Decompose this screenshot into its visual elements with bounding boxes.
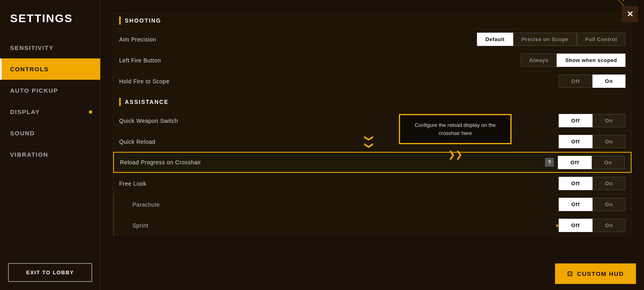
free-look-toggle: Off On [559,177,625,190]
sprint-chevron-icon: ▾ [556,222,559,229]
left-fire-scoped-btn[interactable]: Show when scoped [557,54,625,67]
sidebar: SETTINGS SENSITIVITY CONTROLS AUTO PICKU… [0,0,101,290]
free-look-label: Free Look [119,180,559,187]
sprint-row: Sprint ▾ Off On [113,215,632,236]
parachute-on-btn[interactable]: On [592,198,625,211]
sidebar-item-label: VIBRATION [10,151,48,158]
aim-precision-default-btn[interactable]: Default [477,33,513,46]
custom-hud-icon: ⊡ [567,270,573,278]
quick-reload-toggle: Off On [559,135,625,148]
shooting-section-header: SHOOTING [113,12,632,29]
sidebar-item-label: SENSITIVITY [10,44,54,51]
sidebar-item-auto-pickup[interactable]: AUTO PICKUP [0,80,100,101]
parachute-label: Parachute [124,201,559,208]
free-look-row: Free Look Off On [113,173,632,194]
shooting-section: SHOOTING Aim Precision Default Precise o… [113,12,632,92]
reload-progress-crosshair-label: Reload Progress on Crosshair [120,159,545,166]
sprint-toggle: Off On [559,219,625,232]
section-bar-2 [119,98,121,106]
reload-progress-crosshair-row: Reload Progress on Crosshair ? Off On [113,152,632,173]
sprint-on-btn[interactable]: On [592,219,625,232]
sidebar-item-sensitivity[interactable]: SENSITIVITY [0,37,100,58]
settings-container: SETTINGS SENSITIVITY CONTROLS AUTO PICKU… [0,0,644,290]
aim-precision-full-btn[interactable]: Full Control [577,33,625,46]
app-title: SETTINGS [0,4,100,37]
left-fire-always-btn[interactable]: Always [521,54,557,67]
sidebar-item-display[interactable]: DISPLAY [0,101,100,122]
hold-fire-scope-label: Hold Fire to Scope [119,78,559,85]
reload-progress-crosshair-off-btn[interactable]: Off [558,156,592,169]
free-look-off-btn[interactable]: Off [559,177,592,190]
tooltip-text: Configure the reload display on the cros… [415,122,496,136]
reload-progress-crosshair-on-btn[interactable]: On [592,156,625,169]
parachute-row: Parachute Off On [113,194,632,215]
aim-precision-toggle: Default Precise on Scope Full Control [477,33,625,46]
quick-reload-on-btn[interactable]: On [592,135,625,148]
aim-precision-precise-btn[interactable]: Precise on Scope [513,33,577,46]
sidebar-item-sound[interactable]: SOUND [0,122,100,144]
quick-reload-row: Quick Reload ❯❯ Off On [113,131,632,152]
corner-decoration [600,0,624,20]
quick-reload-chevron-icon: ❯❯ [364,135,374,149]
parachute-off-btn[interactable]: Off [559,198,592,211]
custom-hud-label: CUSTOM HUD [577,270,624,277]
quick-weapon-switch-on-btn[interactable]: On [592,114,625,127]
main-content: ✕ SHOOTING Aim Precision Default Precise [101,0,644,290]
notification-dot [89,110,92,114]
hold-fire-scope-on-btn[interactable]: On [592,75,625,88]
exit-to-lobby-button[interactable]: EXIT TO LOBBY [8,263,92,282]
sidebar-item-label: DISPLAY [10,108,40,115]
sections-wrapper: SHOOTING Aim Precision Default Precise o… [113,12,632,236]
quick-reload-off-btn[interactable]: Off [559,135,592,148]
assistance-section-title: ASSISTANCE [125,99,169,105]
reload-progress-crosshair-toggle: Off On [558,156,625,169]
sidebar-exit-area: EXIT TO LOBBY [8,263,92,282]
quick-weapon-switch-toggle: Off On [559,114,625,127]
sidebar-item-label: AUTO PICKUP [10,87,58,94]
hold-fire-scope-row: Hold Fire to Scope Off On [113,70,632,91]
tooltip-box: Configure the reload display on the cros… [399,114,512,144]
assistance-section: ASSISTANCE Configure the reload display … [113,93,632,236]
close-button[interactable]: ✕ [622,6,638,22]
quick-weapon-switch-row: Quick Weapon Switch Off On [113,110,632,131]
left-fire-button-row: Left Fire Button Always Show when scoped [113,50,632,70]
sprint-label: Sprint [124,222,552,229]
section-bar [119,17,121,25]
left-fire-toggle: Always Show when scoped [521,54,625,67]
free-look-on-btn[interactable]: On [592,177,625,190]
custom-hud-button[interactable]: ⊡ CUSTOM HUD [555,263,636,284]
aim-precision-row: Aim Precision Default Precise on Scope F… [113,29,632,50]
hold-fire-scope-toggle: Off On [559,75,625,88]
help-icon[interactable]: ? [545,158,554,167]
sprint-off-btn[interactable]: Off [559,219,592,232]
tooltip-chevron-down: ❯❯ [448,150,462,159]
assistance-section-header: ASSISTANCE [113,94,632,110]
aim-precision-label: Aim Precision [119,36,477,43]
shooting-section-title: SHOOTING [125,17,161,24]
close-icon: ✕ [627,9,634,19]
sidebar-item-vibration[interactable]: VIBRATION [0,144,100,165]
sidebar-item-controls[interactable]: CONTROLS [0,58,100,80]
quick-weapon-switch-off-btn[interactable]: Off [559,114,592,127]
parachute-toggle: Off On [559,198,625,211]
hold-fire-scope-off-btn[interactable]: Off [559,75,592,88]
sidebar-item-label: CONTROLS [10,66,49,72]
sidebar-item-label: SOUND [10,130,35,137]
left-fire-button-label: Left Fire Button [119,57,521,64]
